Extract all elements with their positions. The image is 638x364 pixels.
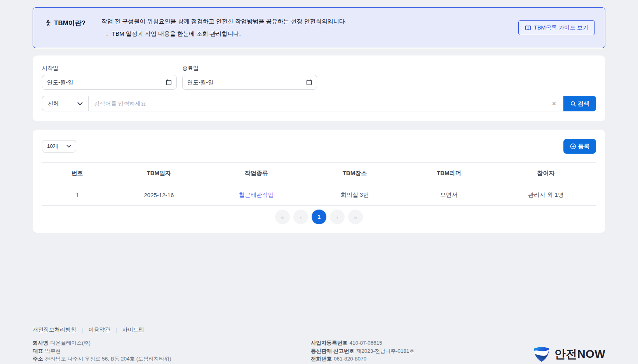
search-button[interactable]: 검색 — [563, 96, 596, 111]
mail-order-label: 통신판매 신고번호 — [311, 348, 354, 354]
col-header-participants: 참여자 — [496, 163, 596, 184]
search-category-select[interactable]: 전체 — [42, 96, 88, 111]
date-filter-row: 시작일 연도-월-일 종료일 연도-월-일 — [42, 65, 596, 90]
tbm-guide-button[interactable]: TBM목록 가이드 보기 — [518, 20, 595, 35]
table-header-row: 번호 TBM일자 작업종류 TBM장소 TBM리더 참여자 — [42, 163, 596, 184]
footer-business-info: 사업자등록번호410-87-06615 통신판매 신고번호제2023-전남나주-… — [311, 339, 533, 364]
banner-description: 작업 전 구성원이 위험요인을 함께 점검하고 안전한 작업방법을 공유하는 현… — [101, 18, 518, 38]
chevron-down-icon — [77, 102, 83, 106]
search-button-label: 검색 — [578, 100, 589, 107]
end-date-label: 종료일 — [182, 65, 317, 72]
footer: 개인정보처리방침 | 이용약관 | 사이트맵 회사명다온플레이스(주) 대표박주… — [0, 233, 638, 364]
col-header-leader: TBM리더 — [402, 163, 496, 184]
pagination-last-button[interactable]: » — [348, 210, 363, 224]
ceo-line: 대표박주현 — [33, 347, 311, 355]
cell-work-type: 철근배관작업 — [206, 184, 307, 206]
cell-leader: 오연서 — [402, 184, 496, 206]
footer-logo: 안전NOW — [533, 346, 605, 362]
address-line: 주소전라남도 나주시 우정로 56, B동 204호 (토담리치타워) — [33, 355, 311, 363]
privacy-policy-link[interactable]: 개인정보처리방침 — [33, 326, 76, 333]
col-header-place: TBM장소 — [307, 163, 402, 184]
company-name-value: 다온플레이스(주) — [51, 340, 91, 346]
page-size-select[interactable]: 10개 — [42, 140, 76, 153]
end-date-value: 연도-월-일 — [187, 79, 214, 86]
search-input[interactable] — [94, 101, 550, 107]
book-icon — [525, 25, 531, 31]
pagination-first-button[interactable]: « — [275, 210, 290, 224]
safety-now-logo-icon — [533, 346, 551, 362]
start-date-field: 시작일 연도-월-일 — [42, 65, 177, 90]
chevron-down-icon — [66, 145, 71, 148]
safety-now-logo-text: 안전NOW — [554, 347, 605, 362]
search-icon — [570, 101, 576, 107]
plus-circle-icon — [570, 143, 576, 149]
end-date-input[interactable]: 연도-월-일 — [182, 75, 317, 90]
phone-label: 전화번호 — [311, 356, 332, 362]
tbm-guide-button-label: TBM목록 가이드 보기 — [534, 24, 588, 31]
terms-link[interactable]: 이용약관 — [88, 326, 110, 333]
mail-order-value: 제2023-전남나주-0181호 — [356, 348, 415, 354]
phone-line: 전화번호061-820-8070 — [311, 355, 533, 363]
pagination-next-button[interactable]: › — [330, 210, 345, 224]
work-type-link[interactable]: 철근배관작업 — [239, 191, 274, 198]
ceo-value: 박주현 — [45, 348, 61, 354]
col-header-date: TBM일자 — [112, 163, 206, 184]
search-row: 전체 × 검색 — [42, 96, 596, 111]
clear-search-button[interactable]: × — [550, 99, 558, 108]
page-container: TBM이란? 작업 전 구성원이 위험요인을 함께 점검하고 안전한 작업방법을… — [0, 0, 638, 233]
biz-reg-line: 사업자등록번호410-87-06615 — [311, 339, 533, 347]
banner-line1: 작업 전 구성원이 위험요인을 함께 점검하고 안전한 작업방법을 공유하는 현… — [101, 18, 518, 25]
table-row: 1 2025-12-16 철근배관작업 회의실 3번 오연서 관리자 외 1명 — [42, 184, 596, 206]
divider: | — [82, 327, 83, 333]
search-filter-card: 시작일 연도-월-일 종료일 연도-월-일 — [33, 55, 605, 121]
pagination-page-1-button[interactable]: 1 — [312, 210, 326, 224]
address-value: 전라남도 나주시 우정로 56, B동 204호 (토담리치타워) — [45, 356, 171, 362]
ceo-label: 대표 — [33, 348, 43, 354]
cell-participants: 관리자 외 1명 — [496, 184, 596, 206]
company-name-label: 회사명 — [33, 340, 49, 346]
sitemap-link[interactable]: 사이트맵 — [122, 326, 144, 333]
register-button[interactable]: 등록 — [563, 139, 596, 154]
tbm-table: 번호 TBM일자 작업종류 TBM장소 TBM리더 참여자 1 2025-12-… — [42, 162, 596, 206]
cell-no: 1 — [42, 184, 112, 206]
pagination: « ‹ 1 › » — [42, 210, 596, 224]
divider: | — [115, 327, 117, 333]
banner-title: TBM이란? — [45, 19, 101, 28]
cell-date: 2025-12-16 — [112, 184, 206, 206]
person-icon — [45, 20, 52, 27]
footer-company-info: 회사명다온플레이스(주) 대표박주현 주소전라남도 나주시 우정로 56, B동… — [33, 339, 311, 364]
phone-value: 061-820-8070 — [334, 356, 366, 362]
list-controls: 10개 등록 — [42, 139, 596, 154]
banner-line2-text: TBM 일정과 작업 내용을 한눈에 조회·관리합니다. — [112, 30, 241, 38]
footer-columns: 회사명다온플레이스(주) 대표박주현 주소전라남도 나주시 우정로 56, B동… — [33, 339, 605, 364]
calendar-icon[interactable] — [166, 79, 172, 85]
search-box: × — [88, 96, 563, 111]
start-date-input[interactable]: 연도-월-일 — [42, 75, 177, 90]
search-category-value: 전체 — [48, 100, 59, 107]
banner-line2: → TBM 일정과 작업 내용을 한눈에 조회·관리합니다. — [101, 30, 518, 38]
arrow-icon: → — [103, 31, 109, 37]
biz-reg-label: 사업자등록번호 — [311, 340, 348, 346]
tbm-info-banner: TBM이란? 작업 전 구성원이 위험요인을 함께 점검하고 안전한 작업방법을… — [33, 7, 605, 48]
biz-reg-value: 410-87-06615 — [350, 340, 382, 346]
mail-order-line: 통신판매 신고번호제2023-전남나주-0181호 — [311, 347, 533, 355]
start-date-value: 연도-월-일 — [47, 79, 73, 86]
end-date-field: 종료일 연도-월-일 — [182, 65, 317, 90]
register-button-label: 등록 — [578, 143, 590, 150]
cell-place: 회의실 3번 — [307, 184, 402, 206]
start-date-label: 시작일 — [42, 65, 177, 72]
tbm-list-card: 10개 등록 번호 TBM일자 작업종 — [33, 130, 605, 233]
pagination-prev-button[interactable]: ‹ — [293, 210, 308, 224]
calendar-icon[interactable] — [306, 79, 312, 85]
company-name-line: 회사명다온플레이스(주) — [33, 339, 311, 347]
page-size-value: 10개 — [47, 143, 58, 150]
col-header-no: 번호 — [42, 163, 112, 184]
footer-links: 개인정보처리방침 | 이용약관 | 사이트맵 — [33, 326, 605, 333]
address-label: 주소 — [33, 356, 43, 362]
banner-title-text: TBM이란? — [54, 19, 85, 28]
col-header-work-type: 작업종류 — [206, 163, 307, 184]
